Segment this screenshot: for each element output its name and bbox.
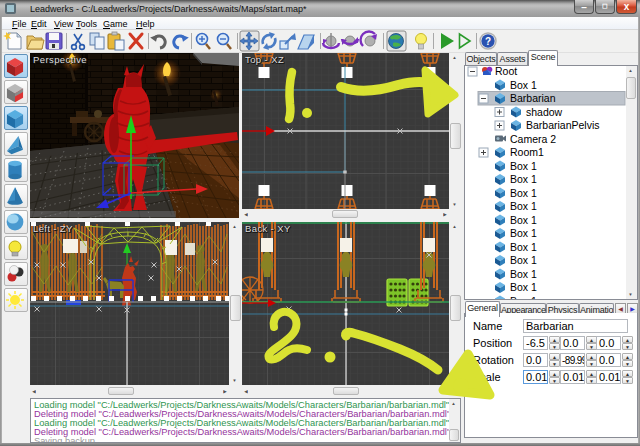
svg-text:Box 1: Box 1 [510, 295, 537, 300]
svg-text:Box 1: Box 1 [510, 214, 537, 226]
svg-text:Box 1: Box 1 [510, 227, 537, 239]
svg-text:Box 1: Box 1 [510, 187, 537, 199]
svg-text:Room1: Room1 [510, 146, 544, 158]
svg-text:shadow: shadow [526, 106, 563, 118]
svg-text:Box 1: Box 1 [510, 79, 537, 91]
svg-text:?: ? [485, 36, 491, 47]
svg-text:BarbarianPelvis: BarbarianPelvis [526, 119, 600, 131]
svg-text:Box 1: Box 1 [510, 173, 537, 185]
svg-text:Box 1: Box 1 [510, 281, 537, 293]
svg-text:Barbarian: Barbarian [510, 92, 556, 104]
svg-text:Box 1: Box 1 [510, 200, 537, 212]
svg-text:Box 1: Box 1 [510, 160, 537, 172]
svg-text:Box 1: Box 1 [510, 241, 537, 253]
svg-text:Box 1: Box 1 [510, 268, 537, 280]
svg-text:Camera 2: Camera 2 [510, 133, 556, 145]
svg-text:Root: Root [495, 66, 517, 77]
svg-text:Box 1: Box 1 [510, 254, 537, 266]
